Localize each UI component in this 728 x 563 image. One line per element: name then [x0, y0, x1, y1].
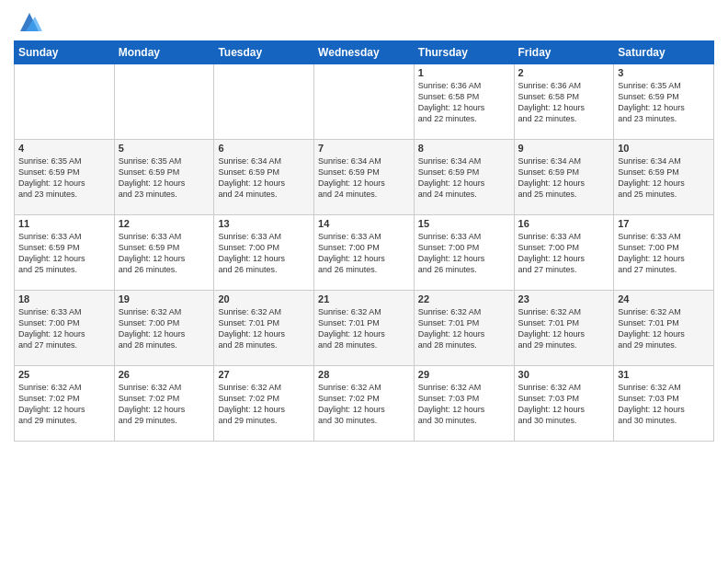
- col-header-friday: Friday: [514, 41, 614, 64]
- cell-content: Sunrise: 6:32 AM Sunset: 7:01 PM Dayligh…: [318, 306, 410, 351]
- cell-content: Sunrise: 6:33 AM Sunset: 7:00 PM Dayligh…: [18, 306, 110, 351]
- day-cell: 11Sunrise: 6:33 AM Sunset: 6:59 PM Dayli…: [15, 215, 115, 291]
- day-number: 17: [618, 218, 710, 229]
- cell-content: Sunrise: 6:36 AM Sunset: 6:58 PM Dayligh…: [418, 80, 510, 125]
- col-header-saturday: Saturday: [614, 41, 714, 64]
- day-number: 6: [218, 143, 310, 154]
- cell-content: Sunrise: 6:33 AM Sunset: 7:00 PM Dayligh…: [218, 231, 310, 276]
- cell-content: Sunrise: 6:33 AM Sunset: 6:59 PM Dayligh…: [119, 231, 210, 276]
- day-cell: 31Sunrise: 6:32 AM Sunset: 7:03 PM Dayli…: [614, 366, 714, 442]
- day-cell: 3Sunrise: 6:35 AM Sunset: 6:59 PM Daylig…: [614, 64, 714, 140]
- week-row-0: 1Sunrise: 6:36 AM Sunset: 6:58 PM Daylig…: [15, 64, 714, 140]
- day-number: 21: [318, 293, 410, 304]
- day-number: 1: [418, 67, 510, 78]
- cell-content: Sunrise: 6:33 AM Sunset: 6:59 PM Dayligh…: [18, 231, 110, 276]
- day-number: 8: [418, 143, 510, 154]
- col-header-sunday: Sunday: [15, 41, 115, 64]
- day-number: 18: [18, 293, 110, 304]
- day-cell: [15, 64, 115, 140]
- week-row-3: 18Sunrise: 6:33 AM Sunset: 7:00 PM Dayli…: [15, 291, 714, 366]
- day-cell: 12Sunrise: 6:33 AM Sunset: 6:59 PM Dayli…: [114, 215, 214, 291]
- cell-content: Sunrise: 6:35 AM Sunset: 6:59 PM Dayligh…: [18, 155, 110, 201]
- day-cell: 23Sunrise: 6:32 AM Sunset: 7:01 PM Dayli…: [514, 291, 614, 366]
- day-cell: [214, 64, 314, 140]
- day-number: 29: [418, 369, 510, 380]
- cell-content: Sunrise: 6:32 AM Sunset: 7:01 PM Dayligh…: [418, 306, 510, 351]
- cell-content: Sunrise: 6:32 AM Sunset: 7:03 PM Dayligh…: [518, 382, 610, 427]
- day-cell: 10Sunrise: 6:34 AM Sunset: 6:59 PM Dayli…: [614, 140, 714, 215]
- day-number: 20: [218, 293, 310, 304]
- day-cell: 17Sunrise: 6:33 AM Sunset: 7:00 PM Dayli…: [614, 215, 714, 291]
- day-cell: 26Sunrise: 6:32 AM Sunset: 7:02 PM Dayli…: [114, 366, 214, 442]
- cell-content: Sunrise: 6:32 AM Sunset: 7:00 PM Dayligh…: [119, 306, 210, 351]
- week-row-4: 25Sunrise: 6:32 AM Sunset: 7:02 PM Dayli…: [15, 366, 714, 442]
- cell-content: Sunrise: 6:35 AM Sunset: 6:59 PM Dayligh…: [119, 155, 210, 201]
- day-number: 26: [119, 369, 210, 380]
- header: [14, 9, 714, 35]
- day-number: 3: [618, 67, 710, 78]
- day-cell: 4Sunrise: 6:35 AM Sunset: 6:59 PM Daylig…: [15, 140, 115, 215]
- day-number: 10: [618, 143, 710, 154]
- cell-content: Sunrise: 6:32 AM Sunset: 7:02 PM Dayligh…: [119, 382, 210, 427]
- day-number: 16: [518, 218, 610, 229]
- day-cell: 2Sunrise: 6:36 AM Sunset: 6:58 PM Daylig…: [514, 64, 614, 140]
- day-cell: 1Sunrise: 6:36 AM Sunset: 6:58 PM Daylig…: [414, 64, 514, 140]
- cell-content: Sunrise: 6:32 AM Sunset: 7:03 PM Dayligh…: [618, 382, 710, 427]
- day-cell: 13Sunrise: 6:33 AM Sunset: 7:00 PM Dayli…: [214, 215, 314, 291]
- day-cell: 20Sunrise: 6:32 AM Sunset: 7:01 PM Dayli…: [214, 291, 314, 366]
- cell-content: Sunrise: 6:34 AM Sunset: 6:59 PM Dayligh…: [618, 155, 710, 201]
- day-number: 27: [218, 369, 310, 380]
- col-header-thursday: Thursday: [414, 41, 514, 64]
- day-number: 31: [618, 369, 710, 380]
- cell-content: Sunrise: 6:33 AM Sunset: 7:00 PM Dayligh…: [618, 231, 710, 276]
- day-number: 15: [418, 218, 510, 229]
- cell-content: Sunrise: 6:32 AM Sunset: 7:01 PM Dayligh…: [518, 306, 610, 351]
- cell-content: Sunrise: 6:33 AM Sunset: 7:00 PM Dayligh…: [518, 231, 610, 276]
- day-number: 30: [518, 369, 610, 380]
- day-cell: 30Sunrise: 6:32 AM Sunset: 7:03 PM Dayli…: [514, 366, 614, 442]
- day-cell: 24Sunrise: 6:32 AM Sunset: 7:01 PM Dayli…: [614, 291, 714, 366]
- cell-content: Sunrise: 6:32 AM Sunset: 7:01 PM Dayligh…: [218, 306, 310, 351]
- day-cell: 28Sunrise: 6:32 AM Sunset: 7:02 PM Dayli…: [314, 366, 415, 442]
- day-number: 24: [618, 293, 710, 304]
- day-number: 28: [318, 369, 410, 380]
- cell-content: Sunrise: 6:32 AM Sunset: 7:03 PM Dayligh…: [418, 382, 510, 427]
- day-cell: 15Sunrise: 6:33 AM Sunset: 7:00 PM Dayli…: [414, 215, 514, 291]
- cell-content: Sunrise: 6:32 AM Sunset: 7:02 PM Dayligh…: [318, 382, 410, 427]
- day-cell: 9Sunrise: 6:34 AM Sunset: 6:59 PM Daylig…: [514, 140, 614, 215]
- col-header-tuesday: Tuesday: [214, 41, 314, 64]
- cell-content: Sunrise: 6:34 AM Sunset: 6:59 PM Dayligh…: [218, 155, 310, 201]
- day-cell: 16Sunrise: 6:33 AM Sunset: 7:00 PM Dayli…: [514, 215, 614, 291]
- day-number: 4: [18, 143, 110, 154]
- day-number: 19: [119, 293, 210, 304]
- week-row-2: 11Sunrise: 6:33 AM Sunset: 6:59 PM Dayli…: [15, 215, 714, 291]
- cell-content: Sunrise: 6:34 AM Sunset: 6:59 PM Dayligh…: [418, 155, 510, 201]
- cell-content: Sunrise: 6:34 AM Sunset: 6:59 PM Dayligh…: [518, 155, 610, 201]
- page: SundayMondayTuesdayWednesdayThursdayFrid…: [0, 0, 728, 563]
- day-cell: 14Sunrise: 6:33 AM Sunset: 7:00 PM Dayli…: [314, 215, 415, 291]
- day-cell: [314, 64, 415, 140]
- logo: [14, 9, 42, 35]
- day-number: 13: [218, 218, 310, 229]
- cell-content: Sunrise: 6:36 AM Sunset: 6:58 PM Dayligh…: [518, 80, 610, 125]
- day-number: 5: [119, 143, 210, 154]
- day-cell: 27Sunrise: 6:32 AM Sunset: 7:02 PM Dayli…: [214, 366, 314, 442]
- day-cell: 29Sunrise: 6:32 AM Sunset: 7:03 PM Dayli…: [414, 366, 514, 442]
- day-number: 25: [18, 369, 110, 380]
- day-number: 14: [318, 218, 410, 229]
- day-cell: [114, 64, 214, 140]
- day-number: 23: [518, 293, 610, 304]
- day-number: 12: [119, 218, 210, 229]
- cell-content: Sunrise: 6:33 AM Sunset: 7:00 PM Dayligh…: [418, 231, 510, 276]
- calendar-table: SundayMondayTuesdayWednesdayThursdayFrid…: [14, 40, 714, 442]
- day-cell: 25Sunrise: 6:32 AM Sunset: 7:02 PM Dayli…: [15, 366, 115, 442]
- day-cell: 21Sunrise: 6:32 AM Sunset: 7:01 PM Dayli…: [314, 291, 415, 366]
- cell-content: Sunrise: 6:35 AM Sunset: 6:59 PM Dayligh…: [618, 80, 710, 125]
- day-cell: 22Sunrise: 6:32 AM Sunset: 7:01 PM Dayli…: [414, 291, 514, 366]
- week-row-1: 4Sunrise: 6:35 AM Sunset: 6:59 PM Daylig…: [15, 140, 714, 215]
- day-cell: 7Sunrise: 6:34 AM Sunset: 6:59 PM Daylig…: [314, 140, 415, 215]
- day-cell: 6Sunrise: 6:34 AM Sunset: 6:59 PM Daylig…: [214, 140, 314, 215]
- logo-icon: [17, 9, 42, 35]
- calendar-header-row: SundayMondayTuesdayWednesdayThursdayFrid…: [15, 41, 714, 64]
- col-header-wednesday: Wednesday: [314, 41, 415, 64]
